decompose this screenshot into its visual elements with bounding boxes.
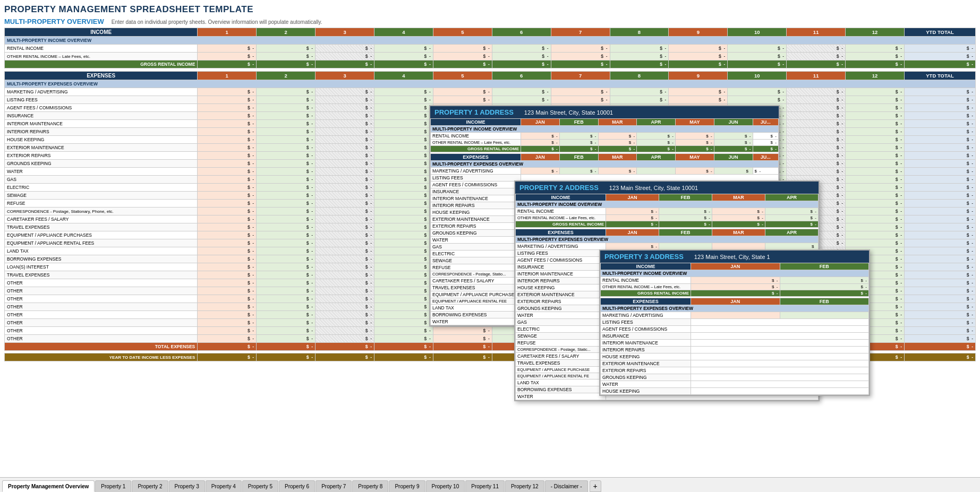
expenses-section-row: MULTI-PROPERTY EXPENSES OVERVIEW [5,80,976,88]
property2-address: 123 Main Street, City, State 10001 [609,185,698,191]
tab-property-7[interactable]: Property 7 [316,480,352,492]
property1-title: PROPERTY 1 ADDRESS [434,108,514,116]
tab-property-3[interactable]: Property 3 [169,480,205,492]
income-section-row: MULTI-PROPERTY INCOME OVERVIEW [5,37,976,45]
col-12: 12 [846,28,905,37]
tab-property-8[interactable]: Property 8 [352,480,388,492]
property3-sheet: PROPERTY 3 ADDRESS 123 Main Street, City… [599,249,870,396]
col-2: 2 [257,28,316,37]
exp-row-2: LISTING FEES$ -$ -$ -$ -$ -$ -$ -$ -$ -$… [5,96,976,104]
col-1: 1 [198,28,257,37]
tab-property-2[interactable]: Property 2 [132,480,168,492]
col-11: 11 [787,28,846,37]
property2-title: PROPERTY 2 ADDRESS [519,184,599,192]
page-title: PROPERTY MANAGEMENT SPREADSHEET TEMPLATE [4,4,976,15]
tab-property-management-overview[interactable]: Property Management Overview [2,480,95,492]
tab-property-1[interactable]: Property 1 [95,480,131,492]
col-7: 7 [551,28,610,37]
rental-income-row: RENTAL INCOME $ - $ - $ - $ - $ - $ - $ … [5,45,976,53]
tab-add-button[interactable]: + [590,480,601,492]
property3-table: INCOME JAN FEB MULTI-PROPERTY INCOME OVE… [600,263,869,395]
col-6: 6 [492,28,551,37]
col-3: 3 [316,28,374,37]
gross-rental-income-row: GROSS RENTAL INCOME $ - $ - $ - $ - $ - … [5,61,976,68]
col-8: 8 [610,28,669,37]
overview-title: MULTI-PROPERTY OVERVIEW [4,18,104,25]
col-ytd: YTD TOTAL [904,28,975,37]
other-rental-income-row: OTHER RENTAL INCOME – Late Fees, etc. $ … [5,53,976,61]
col-4: 4 [374,28,433,37]
col-10: 10 [728,28,787,37]
tab-property-6[interactable]: Property 6 [279,480,315,492]
exp-row-1: MARKETING / ADVERTISING$ -$ -$ -$ -$ -$ … [5,88,976,96]
property1-address: 123 Main Street, City, State 10001 [524,109,613,116]
tab-property-4[interactable]: Property 4 [206,480,242,492]
tab-property-5[interactable]: Property 5 [242,480,278,492]
col-9: 9 [669,28,728,37]
overview-subtitle: Enter data on individual property sheets… [112,19,322,25]
tab-property-9[interactable]: Property 9 [389,480,425,492]
tab-property-11[interactable]: Property 11 [465,480,505,492]
property3-address: 123 Main Street, City, State 1 [694,254,770,260]
property3-title: PROPERTY 3 ADDRESS [604,253,684,261]
tab-property-12[interactable]: Property 12 [505,480,544,492]
tab-bar: Property Management Overview Property 1 … [0,477,980,492]
expenses-header: EXPENSES [5,72,198,80]
tab-disclaimer[interactable]: - Disclaimer - [545,480,588,492]
property1-header: PROPERTY 1 ADDRESS 123 Main Street, City… [430,106,779,118]
property2-header: PROPERTY 2 ADDRESS 123 Main Street, City… [515,182,819,194]
property3-header: PROPERTY 3 ADDRESS 123 Main Street, City… [600,251,869,263]
tab-property-10[interactable]: Property 10 [426,480,465,492]
col-5: 5 [433,28,492,37]
income-header: INCOME [5,28,198,37]
